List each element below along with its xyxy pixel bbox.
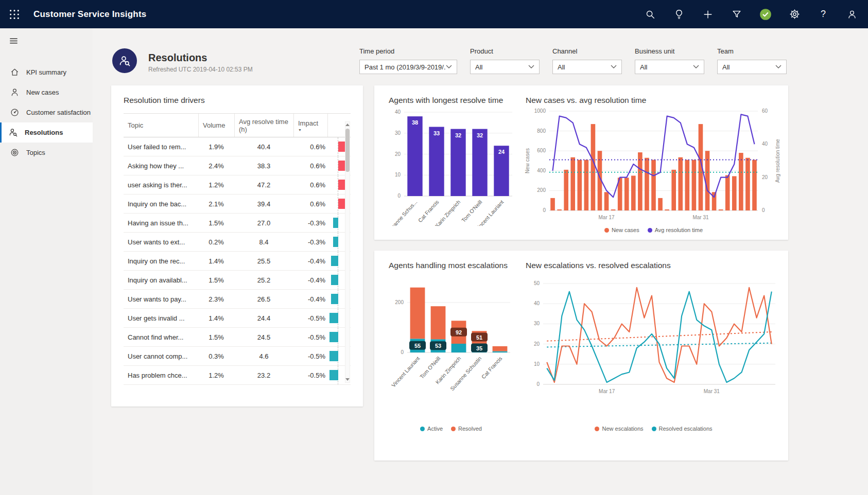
escalations-lines-chart[interactable]: 01020304050Mar 17Mar 31: [524, 270, 784, 425]
svg-text:0: 0: [397, 193, 401, 199]
svg-text:0: 0: [543, 207, 546, 213]
filter-bar: Time period Past 1 mo (2019/3/9-2019/...…: [359, 47, 787, 74]
svg-text:40: 40: [395, 109, 401, 115]
svg-text:Susanne Schus...: Susanne Schus...: [387, 199, 418, 226]
filter-label-business-unit: Business unit: [635, 47, 704, 55]
column-header-avg-resolve-time[interactable]: Avg resolve time (h): [234, 114, 293, 137]
scroll-down-icon[interactable]: [345, 378, 350, 381]
table-row[interactable]: User gets invalid ...1.4%24.4-0.5%: [124, 309, 351, 328]
status-check-icon[interactable]: [757, 6, 774, 23]
scroll-up-icon[interactable]: [345, 123, 350, 126]
table-row[interactable]: User cannot comp...0.3%4.6-0.5%: [124, 347, 351, 366]
svg-text:0: 0: [536, 381, 540, 387]
sidebar-item-kpi-summary[interactable]: KPI summary: [0, 62, 93, 82]
team-dropdown[interactable]: All: [717, 60, 787, 74]
sidebar-item-label: KPI summary: [26, 68, 66, 76]
topics-spiral-icon: [10, 148, 20, 157]
dropdown-value: All: [640, 63, 693, 71]
svg-text:40: 40: [762, 141, 768, 147]
add-icon[interactable]: [699, 6, 717, 23]
sidebar-toggle-icon[interactable]: [0, 28, 93, 48]
help-icon[interactable]: ?: [814, 6, 832, 23]
legend-label: Avg resolution time: [655, 227, 703, 233]
top-app-bar: Customer Service Insights: [0, 0, 868, 28]
escalations-lines-block: New escalations vs. resolved escalations…: [524, 259, 784, 432]
legend-dot-new-cases: [604, 228, 609, 233]
table-scrollbar[interactable]: [345, 121, 350, 383]
filter-label-team: Team: [717, 47, 787, 55]
resolution-time-drivers-card: Resolution time drivers Topic Volume Avg…: [111, 85, 363, 406]
home-icon: [10, 67, 20, 77]
drivers-table-body: User failed to rem...1.9%40.40.6%Asking …: [124, 137, 351, 385]
table-row[interactable]: Having an issue th...1.5%27.0-0.3%: [124, 214, 351, 233]
agents-resolve-time-chart[interactable]: 01020304038Susanne Schus...33Cat Francis…: [387, 105, 515, 226]
svg-text:Vincent Lauriant: Vincent Lauriant: [390, 355, 421, 388]
svg-text:30: 30: [395, 130, 401, 136]
svg-text:Mar 31: Mar 31: [704, 388, 720, 394]
table-header: Topic Volume Avg resolve time (h) Impact…: [124, 113, 351, 137]
search-icon[interactable]: [641, 6, 659, 23]
agents-longest-resolve-block: Agents with longest resolve time 0102030…: [387, 94, 515, 233]
legend-label: New escalations: [602, 426, 643, 432]
table-row[interactable]: Inquiry on the bac...2.1%39.40.6%: [124, 195, 351, 214]
svg-text:51: 51: [476, 334, 482, 341]
svg-text:20: 20: [762, 174, 768, 180]
svg-text:32: 32: [455, 132, 461, 138]
svg-text:400: 400: [537, 168, 546, 173]
svg-text:Mar 17: Mar 17: [599, 388, 615, 394]
resolutions-avatar-icon: [112, 48, 137, 73]
svg-text:200: 200: [395, 299, 404, 305]
escalations-charts-card: Agents handling most escalations 0200Vin…: [374, 251, 788, 461]
column-header-topic[interactable]: Topic: [124, 114, 198, 137]
legend-dot-new-escalations: [595, 427, 599, 431]
svg-text:10: 10: [395, 172, 401, 178]
scrollbar-thumb[interactable]: [345, 129, 350, 172]
table-row[interactable]: user asking is ther...1.2%47.20.6%: [124, 175, 351, 195]
svg-text:60: 60: [762, 108, 768, 114]
table-row[interactable]: Cannot find wher...1.5%24.5-0.5%: [124, 328, 351, 347]
legend-label: Active: [427, 426, 443, 432]
lines-chart-legend: New escalations Resolved escalations: [524, 426, 784, 432]
sidebar-item-resolutions[interactable]: Resolutions: [0, 122, 93, 143]
lightbulb-icon[interactable]: [670, 6, 688, 23]
table-row[interactable]: Asking how they ...2.4%38.30.6%: [124, 156, 351, 175]
table-row[interactable]: Has problem chce...1.2%23.2-0.5%: [124, 366, 351, 385]
refresh-timestamp: Refreshed UTC 2019-04-10 02:53 PM: [148, 66, 253, 73]
svg-text:Mar 31: Mar 31: [692, 215, 709, 220]
new-cases-vs-avg-chart[interactable]: 020040060080010000204060Mar 17Mar 31New …: [524, 105, 784, 226]
waffle-menu-icon[interactable]: [6, 6, 23, 23]
svg-text:30: 30: [534, 321, 540, 326]
agents-escalations-block: Agents handling most escalations 0200Vin…: [387, 259, 515, 432]
svg-text:0: 0: [762, 207, 765, 213]
product-dropdown[interactable]: All: [470, 60, 540, 74]
svg-text:40: 40: [534, 300, 540, 306]
svg-text:Mar 17: Mar 17: [598, 215, 615, 220]
table-row[interactable]: User wants to pay...2.3%26.5-0.4%: [124, 290, 351, 309]
sidebar-item-topics[interactable]: Topics: [0, 143, 93, 163]
filter-icon[interactable]: [728, 6, 745, 23]
table-row[interactable]: User failed to rem...1.9%40.40.6%: [124, 137, 351, 156]
column-header-impact[interactable]: Impact ▼: [293, 114, 327, 137]
legend-dot-avg-resolution-time: [648, 228, 652, 233]
table-row[interactable]: Inquiry on the rec...1.4%25.5-0.4%: [124, 252, 351, 271]
combo-chart-legend: New cases Avg resolution time: [524, 227, 784, 233]
channel-dropdown[interactable]: All: [552, 60, 622, 74]
legend-label: Resolved escalations: [659, 426, 713, 432]
account-person-icon[interactable]: [843, 6, 861, 23]
svg-text:1000: 1000: [534, 108, 546, 114]
filter-label-channel: Channel: [552, 47, 622, 55]
svg-text:32: 32: [477, 132, 483, 138]
sidebar-item-new-cases[interactable]: New cases: [0, 82, 93, 102]
chart-title: New escalations vs. resolved escalations: [526, 261, 784, 270]
agents-escalations-chart[interactable]: 0200Vincent LauriantTom O'NeillKarin Zim…: [387, 270, 515, 425]
table-row[interactable]: Inquiry on availabl...1.5%25.2-0.4%: [124, 271, 351, 290]
column-header-volume[interactable]: Volume: [198, 114, 234, 137]
business-unit-dropdown[interactable]: All: [635, 60, 704, 74]
time-period-dropdown[interactable]: Past 1 mo (2019/3/9-2019/...: [359, 60, 457, 74]
dropdown-value: All: [558, 63, 611, 71]
chevron-down-icon: [775, 65, 782, 69]
table-row[interactable]: User wants to ext...0.2%8.4-0.3%: [124, 233, 351, 252]
svg-text:33: 33: [433, 130, 440, 136]
settings-gear-icon[interactable]: [786, 6, 803, 23]
sidebar-item-customer-satisfaction[interactable]: Customer satisfaction: [0, 102, 93, 122]
